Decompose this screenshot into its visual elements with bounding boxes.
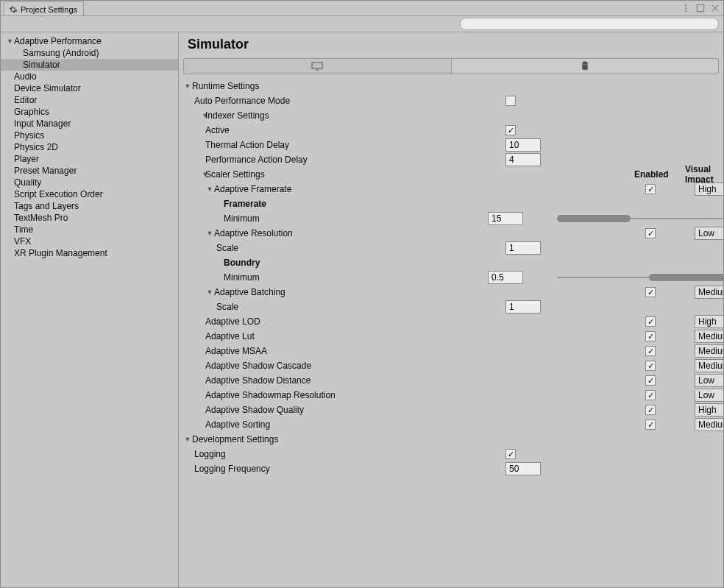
sidebar-item-label: Script Execution Order — [14, 189, 103, 199]
logging-frequency-row: Logging Frequency — [183, 461, 719, 476]
sidebar-item-label: XR Plugin Management — [14, 248, 107, 258]
kebab-menu-icon[interactable] — [681, 3, 691, 13]
scaler-row: Adaptive MSAA✓Medium▼GPU | FillRate — [183, 344, 719, 358]
platform-tabs — [183, 58, 719, 74]
maximize-icon[interactable] — [695, 3, 706, 13]
monitor-icon — [311, 62, 323, 71]
scaler-impact-dropdown[interactable]: Medium▼ — [695, 344, 723, 358]
sidebar-item[interactable]: Device Simulator — [1, 82, 178, 94]
scaler-checkbox[interactable]: ✓ — [645, 346, 656, 356]
sidebar-item[interactable]: Time — [1, 224, 178, 235]
search-input[interactable] — [460, 18, 719, 30]
window-title: Project Settings — [21, 5, 77, 14]
adaptive-framerate-row[interactable]: ▼ Adaptive Framerate ✓ High▼ CPU | GPU |… — [183, 182, 719, 196]
scaler-row: Adaptive Shadow Cascade✓Medium▼CPU | GPU — [183, 358, 719, 373]
sidebar-item[interactable]: Player — [1, 153, 178, 165]
resolution-scale-input[interactable] — [505, 241, 541, 255]
sidebar-item[interactable]: XR Plugin Management — [1, 247, 178, 259]
scaler-impact-dropdown[interactable]: Medium▼ — [695, 418, 723, 431]
adaptive-resolution-checkbox[interactable]: ✓ — [645, 228, 656, 238]
scaler-label: Adaptive Shadowmap Resolution — [183, 390, 336, 400]
adaptive-framerate-impact-dropdown[interactable]: High▼ — [695, 183, 723, 196]
tab-android[interactable] — [451, 58, 720, 74]
sidebar-item[interactable]: Preset Manager — [1, 165, 178, 177]
sidebar-item[interactable]: Tags and Layers — [1, 200, 178, 212]
sidebar-item[interactable]: Editor — [1, 94, 178, 106]
active-row: Active ✓ — [183, 123, 719, 138]
performance-action-delay-input[interactable] — [505, 153, 541, 166]
sidebar-item-label: Quality — [14, 177, 41, 188]
scaler-label: Adaptive Sorting — [183, 419, 270, 430]
sidebar-item-label: Audio — [14, 71, 37, 82]
sidebar-item[interactable]: Quality — [1, 177, 178, 188]
fold-icon: ▼ — [205, 185, 214, 193]
scaler-checkbox[interactable]: ✓ — [645, 331, 656, 341]
scaler-label: Adaptive Shadow Cascade — [183, 361, 311, 371]
page-title: Simulator — [179, 32, 723, 58]
svg-point-0 — [685, 4, 686, 6]
logging-frequency-input[interactable] — [505, 462, 541, 475]
thermal-action-delay-row: Thermal Action Delay — [183, 138, 719, 152]
scaler-row: Adaptive LOD✓High▼GPU — [183, 314, 719, 329]
scaler-row: Adaptive Shadow Distance✓Low▼GPU — [183, 373, 719, 388]
scaler-checkbox[interactable]: ✓ — [645, 316, 656, 327]
adaptive-batching-impact-dropdown[interactable]: Medium▼ — [695, 286, 723, 299]
scaler-impact-dropdown[interactable]: High▼ — [695, 403, 723, 417]
svg-point-1 — [685, 7, 686, 9]
scaler-label: Adaptive MSAA — [183, 346, 267, 356]
development-settings-header[interactable]: ▼ Development Settings — [183, 432, 719, 447]
sidebar-item-label: Physics — [14, 130, 44, 141]
scaler-settings-header[interactable]: ▼ Scaler Settings Enabled Visual Impact … — [183, 167, 719, 182]
adaptive-resolution-row[interactable]: ▼ Adaptive Resolution ✓ Low▼ GPU | FillR… — [183, 226, 719, 241]
resolution-min-input[interactable] — [488, 271, 523, 284]
adaptive-batching-row[interactable]: ▼ Adaptive Batching ✓ Medium▼ CPU — [183, 285, 719, 300]
scaler-checkbox[interactable]: ✓ — [645, 375, 656, 386]
sidebar-item[interactable]: ▼Adaptive Performance — [1, 35, 178, 47]
scaler-impact-dropdown[interactable]: Medium▼ — [695, 330, 723, 343]
adaptive-batching-checkbox[interactable]: ✓ — [645, 287, 656, 297]
titlebar: Project Settings — [1, 1, 723, 16]
sidebar-item[interactable]: Script Execution Order — [1, 188, 178, 200]
sidebar-item[interactable]: Physics 2D — [1, 141, 178, 153]
sidebar-item[interactable]: Samsung (Android) — [1, 47, 178, 59]
project-settings-window: Project Settings ▼Adaptive PerformanceSa… — [0, 0, 724, 588]
adaptive-framerate-checkbox[interactable]: ✓ — [645, 184, 656, 194]
scaler-checkbox[interactable]: ✓ — [645, 405, 656, 415]
resolution-slider[interactable] — [557, 277, 723, 278]
sidebar-item-label: Preset Manager — [14, 166, 77, 176]
sidebar-item[interactable]: Input Manager — [1, 118, 178, 130]
scaler-impact-dropdown[interactable]: Low▼ — [695, 374, 723, 387]
batching-scale-row: Scale — [183, 300, 719, 314]
adaptive-resolution-impact-dropdown[interactable]: Low▼ — [695, 227, 723, 240]
window-tab[interactable]: Project Settings — [4, 1, 84, 15]
main-panel: Simulator ▼ Runtime Settings Auto Perfor… — [179, 32, 723, 587]
sidebar-item[interactable]: Simulator — [1, 59, 178, 71]
thermal-action-delay-input[interactable] — [505, 138, 541, 152]
batching-scale-input[interactable] — [505, 300, 541, 314]
scaler-checkbox[interactable]: ✓ — [645, 390, 656, 400]
scaler-impact-dropdown[interactable]: Medium▼ — [695, 359, 723, 372]
logging-checkbox[interactable]: ✓ — [505, 449, 516, 459]
sidebar-item[interactable]: Audio — [1, 71, 178, 82]
tab-desktop[interactable] — [183, 58, 451, 74]
close-icon[interactable] — [710, 3, 720, 13]
scaler-impact-dropdown[interactable]: Low▼ — [695, 389, 723, 402]
runtime-settings-header[interactable]: ▼ Runtime Settings — [183, 79, 719, 93]
framerate-slider[interactable] — [557, 218, 723, 219]
scaler-label: Adaptive Shadow Distance — [183, 375, 310, 386]
sidebar-item[interactable]: Physics — [1, 130, 178, 141]
indexer-settings-header[interactable]: ▼ Indexer Settings — [183, 108, 719, 123]
scaler-impact-dropdown[interactable]: High▼ — [695, 315, 723, 328]
svg-rect-3 — [697, 4, 703, 11]
sidebar-item-label: VFX — [14, 236, 31, 247]
auto-performance-mode-checkbox[interactable] — [505, 96, 516, 106]
framerate-min-input[interactable] — [488, 212, 523, 225]
svg-rect-6 — [312, 63, 322, 68]
sidebar-item[interactable]: VFX — [1, 235, 178, 247]
scaler-checkbox[interactable]: ✓ — [645, 419, 656, 430]
active-checkbox[interactable]: ✓ — [505, 125, 516, 135]
sidebar-item[interactable]: TextMesh Pro — [1, 212, 178, 224]
sidebar-item-label: TextMesh Pro — [14, 213, 68, 223]
scaler-checkbox[interactable]: ✓ — [645, 361, 656, 371]
sidebar-item[interactable]: Graphics — [1, 106, 178, 118]
